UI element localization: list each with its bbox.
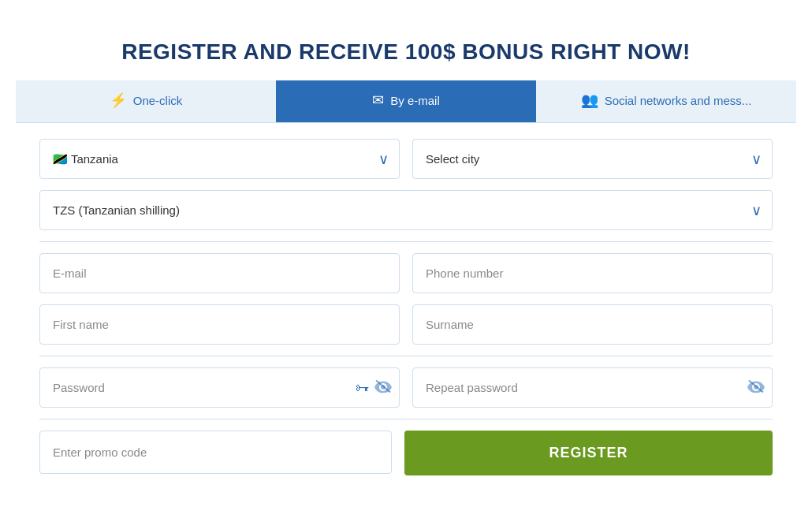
password-group: 🗝 <box>39 367 400 408</box>
country-select-wrapper: 🇹🇿 Tanzania ∨ <box>39 139 400 179</box>
promo-group <box>39 431 392 475</box>
country-select[interactable]: 🇹🇿 Tanzania <box>39 139 400 179</box>
page-container: REGISTER AND RECEIVE 100$ BONUS RIGHT NO… <box>16 16 796 483</box>
name-row <box>39 304 773 345</box>
registration-tabs: ⚡ One-click ✉ By e-mail 👥 Social network… <box>16 80 796 123</box>
register-button[interactable]: REGISTER <box>404 431 773 475</box>
divider-3 <box>39 419 773 419</box>
tab-social-label: Social networks and mess... <box>605 94 752 107</box>
country-city-row: 🇹🇿 Tanzania ∨ Select city ∨ <box>39 139 773 179</box>
repeat-password-icons <box>747 378 765 397</box>
surname-group <box>412 304 773 345</box>
city-select[interactable]: Select city <box>412 139 773 179</box>
tab-by-email[interactable]: ✉ By e-mail <box>276 80 536 122</box>
show-password-icon[interactable] <box>374 378 392 397</box>
currency-select[interactable]: TZS (Tanzanian shilling) <box>39 190 773 230</box>
tab-by-email-label: By e-mail <box>390 94 440 107</box>
repeat-password-input[interactable] <box>412 367 773 408</box>
promo-register-row: REGISTER <box>39 431 773 475</box>
password-row: 🗝 <box>39 367 773 408</box>
email-phone-row <box>39 253 773 293</box>
surname-input[interactable] <box>412 304 773 345</box>
divider-1 <box>39 241 773 242</box>
tab-one-click[interactable]: ⚡ One-click <box>16 80 276 122</box>
password-input[interactable] <box>39 367 400 408</box>
key-icon[interactable]: 🗝 <box>356 379 370 396</box>
page-headline: REGISTER AND RECEIVE 100$ BONUS RIGHT NO… <box>16 16 796 80</box>
currency-select-wrapper: TZS (Tanzanian shilling) ∨ <box>39 190 773 230</box>
city-select-wrapper: Select city ∨ <box>412 139 773 179</box>
email-icon: ✉ <box>372 91 384 109</box>
promo-input[interactable] <box>39 431 392 474</box>
tab-one-click-label: One-click <box>133 94 183 107</box>
email-input[interactable] <box>39 253 400 293</box>
firstname-group <box>39 304 400 345</box>
password-icons: 🗝 <box>356 378 392 397</box>
phone-group <box>412 253 773 293</box>
divider-2 <box>39 356 773 356</box>
tab-social[interactable]: 👥 Social networks and mess... <box>536 80 796 122</box>
phone-input[interactable] <box>412 253 773 293</box>
currency-row: TZS (Tanzanian shilling) ∨ <box>39 190 773 230</box>
social-icon: 👥 <box>581 91 598 109</box>
registration-form: 🇹🇿 Tanzania ∨ Select city ∨ TZS (Tanzani… <box>16 123 796 483</box>
show-repeat-password-icon[interactable] <box>747 378 765 397</box>
email-group <box>39 253 400 293</box>
lightning-icon: ⚡ <box>110 91 127 109</box>
firstname-input[interactable] <box>39 304 400 345</box>
repeat-password-group <box>412 367 773 408</box>
